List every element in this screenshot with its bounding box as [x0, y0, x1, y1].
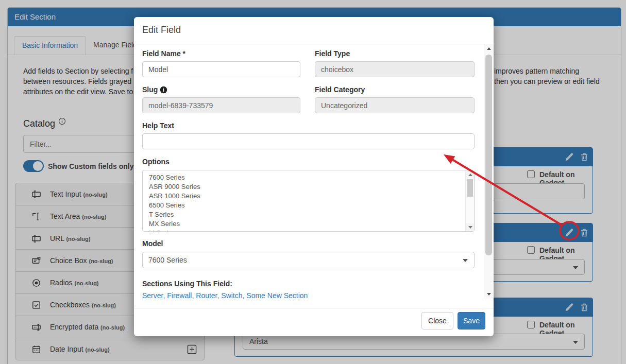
option-item[interactable]: 6500 Series: [143, 201, 474, 210]
option-item[interactable]: T Series: [143, 210, 474, 219]
close-button[interactable]: Close: [421, 312, 453, 330]
section-link[interactable]: Switch: [221, 291, 242, 300]
slug-label: Slug: [142, 85, 167, 94]
field-name-input[interactable]: [142, 61, 300, 77]
field-category-input: [315, 97, 475, 113]
select-value: 7600 Series: [148, 256, 187, 264]
save-button[interactable]: Save: [458, 312, 485, 330]
field-type-input: [315, 61, 475, 77]
modal-scrollbar[interactable]: [484, 44, 493, 299]
scroll-up-icon[interactable]: [466, 171, 475, 178]
slug-input: [142, 97, 300, 113]
section-link[interactable]: Some New Section: [246, 291, 308, 300]
option-item[interactable]: ASR 9000 Series: [143, 182, 474, 192]
scroll-down-icon[interactable]: [484, 290, 494, 299]
slug-label-text: Slug: [142, 85, 158, 94]
modal-header-divider: [134, 44, 494, 44]
sections-using-heading: Sections Using This Field:: [142, 280, 232, 288]
modal-footer-divider: [134, 308, 494, 308]
scroll-down-icon[interactable]: [466, 223, 475, 231]
model-select[interactable]: 7600 Series: [142, 252, 475, 268]
model-label: Model: [142, 239, 163, 248]
info-filled-icon[interactable]: [160, 86, 167, 94]
help-text-input[interactable]: [142, 133, 475, 149]
scroll-up-icon[interactable]: [484, 44, 494, 53]
scrollbar-thumb[interactable]: [467, 179, 473, 197]
section-link[interactable]: Router: [196, 291, 217, 300]
edit-field-modal: Edit Field Field Name * Field Type Slug …: [134, 17, 494, 336]
chevron-down-icon: [463, 259, 468, 262]
field-name-label: Field Name *: [142, 49, 185, 58]
options-label: Options: [142, 158, 170, 166]
option-item[interactable]: 7600 Series: [143, 173, 474, 182]
scrollbar-thumb[interactable]: [485, 55, 492, 255]
field-type-label: Field Type: [315, 49, 350, 58]
modal-title: Edit Field: [142, 25, 181, 36]
listbox-scrollbar[interactable]: [465, 170, 474, 231]
help-text-label: Help Text: [142, 122, 174, 130]
option-item[interactable]: ASR 1000 Series: [143, 192, 474, 201]
option-item[interactable]: MX Series: [143, 219, 474, 229]
field-category-label: Field Category: [315, 85, 365, 94]
section-link[interactable]: Server: [142, 291, 163, 300]
option-item[interactable]: M Series: [143, 229, 474, 232]
section-link[interactable]: Firewall: [167, 291, 192, 300]
screen: Edit Section Basic Information Manage Fi…: [0, 0, 626, 364]
sections-using-links: Server, Firewall, Router, Switch, Some N…: [142, 291, 308, 300]
options-listbox[interactable]: 7600 Series ASR 9000 Series ASR 1000 Ser…: [142, 170, 475, 232]
